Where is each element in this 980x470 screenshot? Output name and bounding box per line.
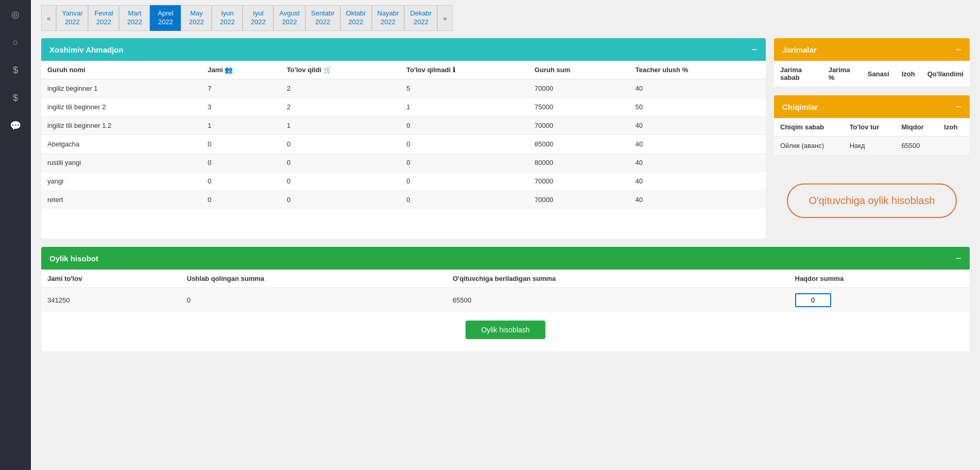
oylik-hisobot-collapse-button[interactable]: − (955, 253, 961, 263)
dollar-icon[interactable]: $ (6, 61, 25, 79)
next-month-button[interactable]: » (437, 5, 452, 31)
prev-month-button[interactable]: « (41, 5, 56, 31)
cell-guruh: rustili yangi (41, 154, 201, 172)
xoshimiv-table: Guruh nomi Jami 👥 To'lov qildi 🛒 To'lov … (41, 61, 766, 209)
col-qollandimi: Qo'llandimi (921, 61, 970, 87)
xoshimiv-body: Guruh nomi Jami 👥 To'lov qildi 🛒 To'lov … (41, 61, 766, 209)
cell-guruh: ingiliz beginner 1 (41, 79, 201, 98)
xoshimiv-collapse-button[interactable]: − (751, 44, 758, 55)
col-sanasi: Sanasi (862, 61, 896, 87)
cell-sum: 70000 (528, 191, 629, 209)
cell-jami: 0 (201, 154, 281, 172)
jarimalar-header-row: Jarima sabab Jarima % Sanasi Izoh Qo'lla… (774, 61, 970, 87)
table-row: Abetgacha 0 0 0 85000 40 (41, 135, 766, 154)
month-item-avgust[interactable]: Avgust2022 (273, 5, 305, 31)
cell-tolov: 2 (281, 98, 400, 116)
cell-sum: 70000 (528, 172, 629, 191)
month-nav: « Yanvar2022Fevral2022Mart2022Aprel2022M… (41, 5, 970, 31)
col-ushlab-qolingan: Ushlab qolingan summa (181, 270, 446, 288)
month-item-iyun[interactable]: Iyun2022 (212, 5, 243, 31)
col-tolov-qildi: To'lov qildi 🛒 (281, 61, 400, 79)
cell-guruh: ingiliz tili beginner 2 (41, 98, 201, 116)
cell-tolovqilmadi: 0 (400, 154, 528, 172)
cell-guruh: retert (41, 191, 201, 209)
jarimalar-panel: Jarimalar − Jarima sabab Jarima % Sanasi… (774, 38, 970, 87)
cell-jami: 0 (201, 172, 281, 191)
haqdor-input[interactable] (795, 293, 831, 307)
col-chiqim-izoh: Izoh (938, 118, 970, 137)
cell-ulush: 40 (629, 172, 766, 191)
chat-icon[interactable]: 💬 (6, 116, 25, 135)
cell-tolovqilmadi: 5 (400, 79, 528, 98)
right-panels: Jarimalar − Jarima sabab Jarima % Sanasi… (774, 38, 970, 239)
month-item-fevral[interactable]: Fevral2022 (88, 5, 119, 31)
oylik-hisobot-body: Jami to'lov Ushlab qolingan summa O'qitu… (41, 270, 970, 312)
cell-ulush: 40 (629, 116, 766, 135)
xoshimiv-table-header-row: Guruh nomi Jami 👥 To'lov qildi 🛒 To'lov … (41, 61, 766, 79)
col-tolov-tur: To'lov tur (844, 118, 896, 137)
main-content: « Yanvar2022Fevral2022Mart2022Aprel2022M… (31, 0, 980, 470)
logo-icon[interactable]: ◎ (6, 5, 25, 24)
cell-jami: 7 (201, 79, 281, 98)
cell-jami: 1 (201, 116, 281, 135)
col-jami: Jami 👥 (201, 61, 281, 79)
table-row: ingiliz tili beginner 1.2 1 1 0 70000 40 (41, 116, 766, 135)
table-row: retert 0 0 0 70000 40 (41, 191, 766, 209)
jarimalar-table: Jarima sabab Jarima % Sanasi Izoh Qo'lla… (774, 61, 970, 87)
xoshimiv-title: Xoshimiv Ahmadjon (49, 45, 124, 54)
chiqimlar-body: Chiqim sabab To'lov tur Miqdor Izoh Ойли… (774, 118, 970, 155)
calc-button-area: O'qituvchiga oylik hisoblash (774, 163, 970, 239)
month-item-sentabr[interactable]: Sentabr2022 (305, 5, 340, 31)
month-item-oktabr[interactable]: Oktabr2022 (340, 5, 372, 31)
col-guruh-sum: Guruh sum (528, 61, 629, 79)
cell-ulush: 50 (629, 98, 766, 116)
cell-tolov-tur: Накд (844, 137, 896, 155)
cell-tolovqilmadi: 0 (400, 172, 528, 191)
cell-sum: 75000 (528, 98, 629, 116)
oylik-hisoblash-button[interactable]: Oylik hisoblash (466, 321, 545, 339)
chiqimlar-collapse-button[interactable]: − (955, 102, 961, 112)
cell-ulush: 40 (629, 79, 766, 98)
col-chiqim-sabab: Chiqim sabab (774, 118, 844, 137)
month-item-dekabr[interactable]: Dekabr2022 (404, 5, 437, 31)
calc-oylik-button[interactable]: O'qituvchiga oylik hisoblash (787, 183, 956, 218)
month-item-may[interactable]: May2022 (181, 5, 212, 31)
dollar2-icon[interactable]: $ (6, 89, 25, 107)
jarimalar-body: Jarima sabab Jarima % Sanasi Izoh Qo'lla… (774, 61, 970, 87)
cell-chiqim-sabab: Ойлик (аванс) (774, 137, 844, 155)
table-row: 341250 0 65500 (41, 288, 970, 313)
chiqimlar-header: Chiqimlar − (774, 95, 970, 118)
month-item-yanvar[interactable]: Yanvar2022 (56, 5, 88, 31)
chiqimlar-title: Chiqimlar (782, 103, 818, 111)
month-item-aprel[interactable]: Aprel2022 (150, 5, 181, 31)
circle-icon[interactable]: ○ (6, 33, 25, 52)
month-item-mart[interactable]: Mart2022 (119, 5, 150, 31)
jarimalar-title: Jarimalar (782, 45, 817, 54)
oylik-hisobot-header-row: Jami to'lov Ushlab qolingan summa O'qitu… (41, 270, 970, 288)
cell-jami: 0 (201, 135, 281, 154)
cell-ulush: 40 (629, 135, 766, 154)
col-miqdor: Miqdor (895, 118, 938, 137)
cell-sum: 85000 (528, 135, 629, 154)
cell-tolov: 0 (281, 154, 400, 172)
chiqimlar-panel: Chiqimlar − Chiqim sabab To'lov tur Miqd… (774, 95, 970, 155)
cell-guruh: Abetgacha (41, 135, 201, 154)
month-item-iyul[interactable]: Iyul2022 (243, 5, 273, 31)
sidebar: ◎ ○ $ $ 💬 (0, 0, 31, 470)
jarimalar-collapse-button[interactable]: − (955, 44, 961, 55)
cell-sum: 80000 (528, 154, 629, 172)
col-izoh: Izoh (896, 61, 921, 87)
month-item-nayabr[interactable]: Nayabr2022 (372, 5, 405, 31)
oylik-hisobot-panel: Oylik hisobot − Jami to'lov Ushlab qolin… (41, 247, 970, 351)
oylik-hisobot-table: Jami to'lov Ushlab qolingan summa O'qitu… (41, 270, 970, 312)
cell-tolov: 2 (281, 79, 400, 98)
cell-tolovqilmadi: 0 (400, 191, 528, 209)
cell-ushlab: 0 (181, 288, 446, 313)
cell-beriladi: 65500 (446, 288, 789, 313)
cell-izoh (938, 137, 970, 155)
chiqimlar-header-row: Chiqim sabab To'lov tur Miqdor Izoh (774, 118, 970, 137)
cell-jami: 0 (201, 191, 281, 209)
table-row: ingiliz beginner 1 7 2 5 70000 40 (41, 79, 766, 98)
col-beriladi: O'qituvchiga beriladigan summa (446, 270, 789, 288)
col-jarima-percent: Jarima % (822, 61, 862, 87)
